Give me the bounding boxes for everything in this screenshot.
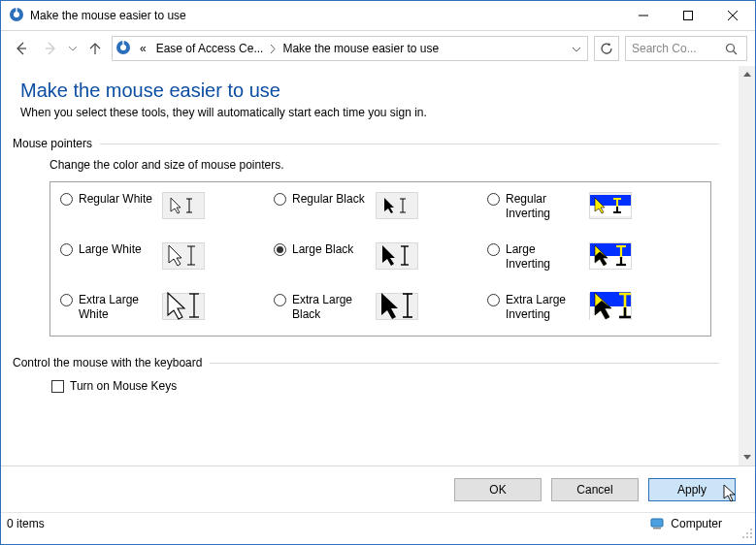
minimize-button[interactable] [621, 1, 666, 30]
cursor-preview [589, 192, 632, 219]
option-regular-black[interactable]: Regular Black [274, 192, 487, 221]
svg-point-55 [750, 532, 752, 534]
mousekeys-checkbox[interactable]: Turn on Mouse Keys [51, 379, 719, 393]
status-location: Computer [671, 517, 722, 530]
checkbox-icon [51, 380, 64, 393]
svg-point-11 [120, 45, 126, 50]
cursor-preview [162, 242, 205, 270]
svg-point-53 [750, 536, 752, 538]
history-dropdown[interactable] [67, 47, 79, 51]
svg-rect-52 [653, 528, 661, 529]
forward-button[interactable] [38, 36, 63, 61]
search-input[interactable] [626, 41, 719, 56]
content-pane: Make the mouse easier to use When you se… [1, 66, 739, 465]
scroll-down-icon[interactable] [739, 449, 755, 465]
svg-point-56 [742, 536, 744, 538]
option-large-black[interactable]: Large Black [274, 242, 487, 272]
option-label: Regular Inverting [506, 192, 583, 221]
option-label: Regular Black [292, 192, 370, 207]
dialog-button-bar: OK Cancel Apply [1, 466, 755, 513]
breadcrumb-prefix[interactable]: « [137, 42, 149, 55]
option-label: Extra Large White [79, 293, 156, 322]
scroll-up-icon[interactable] [739, 66, 755, 82]
radio-icon [274, 193, 286, 206]
button-label: Apply [677, 483, 707, 497]
status-bar: 0 items Computer [1, 513, 755, 534]
control-panel-icon [9, 7, 24, 25]
radio-icon [60, 243, 73, 256]
svg-line-14 [733, 50, 737, 54]
option-extra-large-black[interactable]: Extra Large Black [274, 293, 487, 322]
svg-rect-12 [122, 41, 123, 45]
option-label: Extra Large Inverting [506, 293, 583, 322]
nav-toolbar: « Ease of Access Ce... Make the mouse ea… [1, 31, 755, 66]
vertical-scrollbar[interactable] [739, 66, 755, 465]
option-regular-inverting[interactable]: Regular Inverting [487, 192, 701, 221]
cursor-preview [376, 192, 418, 219]
apply-button[interactable]: Apply [648, 478, 736, 501]
pointer-options-frame: Regular White Regular Black Regular Inve… [49, 181, 711, 337]
status-items: 0 items [7, 517, 45, 530]
radio-icon [274, 243, 286, 256]
cursor-preview [162, 293, 205, 320]
option-regular-white[interactable]: Regular White [60, 192, 274, 221]
button-label: OK [489, 483, 506, 497]
section-mouse-pointers: Mouse pointers [13, 137, 100, 150]
cursor-preview [376, 242, 418, 270]
svg-rect-51 [651, 519, 663, 527]
computer-icon [650, 518, 666, 529]
cursor-preview [162, 192, 205, 219]
divider [100, 144, 719, 144]
option-label: Regular White [79, 192, 156, 207]
breadcrumb-dropdown[interactable] [573, 42, 580, 55]
option-label: Large Black [292, 242, 370, 257]
back-button[interactable] [9, 36, 34, 61]
button-label: Cancel [576, 483, 612, 497]
cursor-preview [589, 242, 632, 270]
breadcrumb-bar[interactable]: « Ease of Access Ce... Make the mouse ea… [112, 36, 588, 61]
svg-rect-4 [684, 12, 693, 20]
cursor-preview [376, 293, 418, 320]
titlebar: Make the mouse easier to use [1, 1, 755, 31]
svg-point-1 [14, 12, 19, 17]
control-panel-icon [115, 40, 131, 58]
section-keyboard-mouse: Control the mouse with the keyboard [13, 356, 210, 369]
pointers-description: Change the color and size of mouse point… [49, 158, 719, 172]
breadcrumb-seg-1[interactable]: Ease of Access Ce... [153, 42, 267, 55]
option-label: Extra Large Black [292, 293, 370, 322]
radio-icon [487, 193, 500, 206]
window-title: Make the mouse easier to use [30, 9, 186, 22]
svg-point-54 [746, 536, 748, 538]
mousekeys-label: Turn on Mouse Keys [70, 379, 177, 393]
page-subtitle: When you select these tools, they will a… [20, 106, 719, 119]
svg-point-13 [726, 44, 734, 51]
cursor-preview [589, 293, 632, 320]
page-title: Make the mouse easier to use [20, 80, 719, 102]
radio-icon [274, 294, 286, 306]
search-box[interactable] [625, 36, 747, 61]
option-label: Large White [79, 242, 156, 257]
option-extra-large-white[interactable]: Extra Large White [60, 293, 274, 322]
resize-grip[interactable] [741, 528, 753, 542]
option-large-inverting[interactable]: Large Inverting [487, 242, 701, 272]
close-button[interactable] [710, 1, 755, 30]
chevron-right-icon[interactable] [270, 45, 276, 53]
svg-point-57 [746, 532, 748, 534]
option-extra-large-inverting[interactable]: Extra Large Inverting [487, 293, 701, 322]
up-button[interactable] [82, 36, 108, 61]
ok-button[interactable]: OK [454, 478, 542, 501]
divider [210, 363, 719, 364]
svg-point-58 [750, 529, 752, 530]
radio-icon [60, 294, 73, 306]
cursor-icon [723, 484, 737, 506]
radio-icon [487, 243, 500, 256]
radio-icon [487, 294, 500, 306]
maximize-button[interactable] [666, 1, 710, 30]
refresh-button[interactable] [594, 36, 619, 61]
cancel-button[interactable]: Cancel [551, 478, 639, 501]
option-large-white[interactable]: Large White [60, 242, 274, 272]
breadcrumb-seg-2[interactable]: Make the mouse easier to use [279, 42, 442, 55]
radio-icon [60, 193, 73, 206]
svg-rect-2 [16, 8, 16, 12]
search-icon[interactable] [719, 43, 742, 55]
